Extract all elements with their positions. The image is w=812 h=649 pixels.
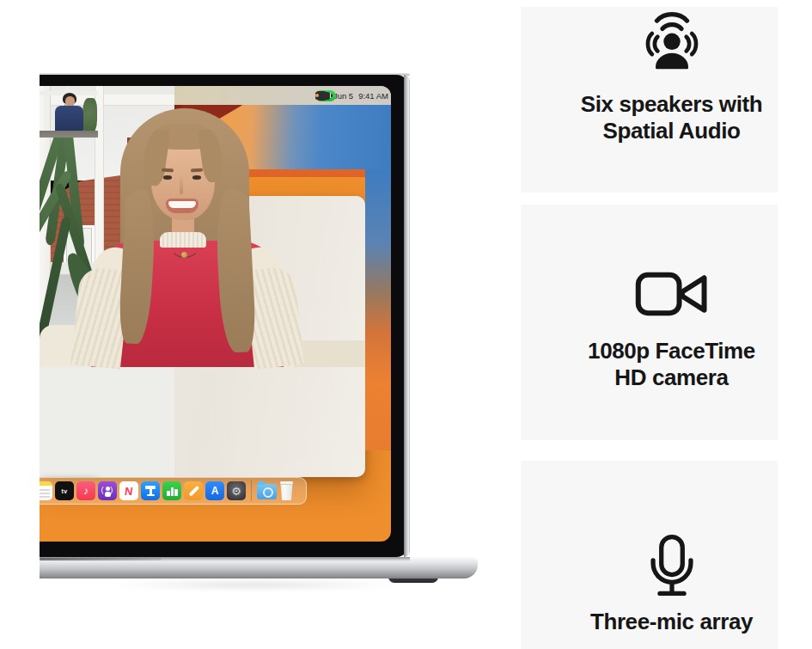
feature-line: 1080p FaceTime (588, 338, 755, 364)
feature-line: Six speakers with (581, 91, 762, 118)
dock-icon-downloads-folder[interactable] (257, 484, 277, 499)
feature-line: HD camera (588, 364, 755, 391)
facetime-window[interactable] (40, 196, 365, 477)
feature-line: Three-mic array (590, 609, 753, 635)
macbook-feature-graphic: Mon Jun 5 9:41 AM (0, 0, 812, 649)
laptop-lid: Mon Jun 5 9:41 AM (40, 75, 410, 557)
dock-icon-pages[interactable] (184, 481, 203, 500)
feature-caption: 1080p FaceTime HD camera (588, 338, 755, 391)
feature-caption: Six speakers with Spatial Audio (581, 91, 762, 144)
feature-panel-camera: 1080p FaceTime HD camera (521, 205, 778, 440)
feature-panel-speakers: Six speakers with Spatial Audio (521, 7, 778, 193)
dock-icon-keynote[interactable] (141, 481, 160, 500)
dock-icon-notes[interactable] (40, 481, 52, 500)
dock-icon-news[interactable]: N (119, 481, 138, 500)
mic-in-use-dot (315, 94, 319, 97)
dock-icon-apple-tv[interactable]: tv (55, 481, 74, 500)
dock-icon-podcasts[interactable] (98, 481, 117, 500)
dock-divider (251, 481, 252, 501)
dock: tv ♪ N A ⚙ (40, 477, 307, 505)
dock-icon-music[interactable]: ♪ (76, 481, 95, 500)
couch (294, 340, 365, 367)
dock-icon-app-store[interactable]: A (205, 481, 224, 500)
dock-icon-trash[interactable] (279, 481, 294, 500)
feature-panel-microphone: Three-mic array (521, 461, 778, 649)
microphone-icon (645, 535, 699, 597)
dock-icon-system-settings[interactable]: ⚙ (227, 481, 246, 500)
laptop-base (40, 557, 478, 579)
dock-icon-numbers[interactable] (162, 481, 181, 500)
lid-side-edge (404, 75, 410, 557)
lid-seam (40, 558, 162, 560)
video-camera-icon (635, 269, 709, 319)
menu-bar-time[interactable]: 9:41 AM (358, 91, 388, 101)
menu-bar-status-items: Mon Jun 5 9:41 AM (315, 86, 388, 105)
spatial-audio-icon (635, 12, 709, 77)
wallpaper-right (365, 169, 391, 450)
feature-line: Spatial Audio (581, 118, 762, 144)
feature-caption: Three-mic array (590, 609, 753, 635)
laptop-display: Mon Jun 5 9:41 AM (40, 86, 391, 542)
